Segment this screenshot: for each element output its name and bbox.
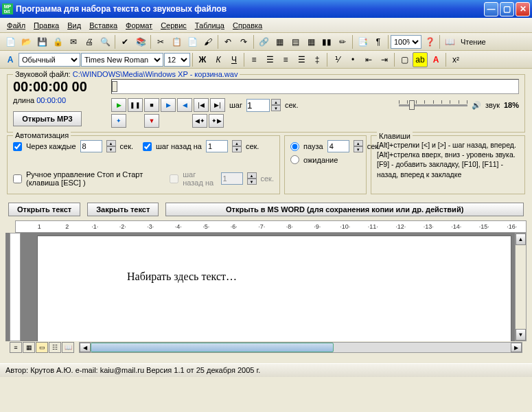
columns-icon[interactable]: ▮▮ [319,34,334,49]
scroll-down-icon[interactable]: ▼ [516,329,526,341]
line-spacing-icon[interactable]: ‡ [310,52,325,67]
minimize-button[interactable]: — [484,2,498,16]
document-page[interactable]: Набирать здесь текст… [37,236,511,341]
rewind-button[interactable]: ◀ [177,98,192,112]
align-center-icon[interactable]: ☰ [262,52,277,67]
justify-icon[interactable]: ☰ [294,52,309,67]
preview-icon[interactable]: 🔍 [97,34,113,49]
bullets-icon[interactable]: • [345,52,360,67]
bookmark-del-button[interactable]: ▼ [144,114,159,128]
scroll-left-icon[interactable]: ◀ [80,343,91,352]
pause-input[interactable] [327,140,349,152]
horizontal-ruler[interactable]: 12·1··2··3··4··5··6··7··8··9··10··11··12… [15,220,527,233]
maximize-button[interactable]: ▢ [500,2,514,16]
volume-slider[interactable] [399,98,467,112]
menu-service[interactable]: Сервис [157,20,191,31]
pause-spin[interactable]: ▲▼ [354,140,363,152]
bookmark-add-button[interactable]: ✦ [111,114,126,128]
close-text-button[interactable]: Закрыть текст [87,203,159,216]
font-color-icon[interactable]: A [428,52,443,67]
align-left-icon[interactable]: ≡ [246,52,262,67]
back-spin[interactable]: ▲▼ [232,140,242,152]
every-spin[interactable]: ▲▼ [106,140,116,152]
underline-icon[interactable]: Ч [227,52,242,67]
read-label[interactable]: Чтение [458,38,489,46]
font-combo[interactable]: Times New Roman [81,53,163,67]
open-word-button[interactable]: Открыть в MS WORD (для сохранения копии … [165,203,524,216]
menu-file[interactable]: Файл [3,20,30,31]
hyperlink-icon[interactable]: 🔗 [256,34,271,49]
step-spin[interactable]: ▲▼ [271,99,281,111]
borders-icon[interactable]: ▢ [397,52,412,67]
wait-radio[interactable] [290,155,299,164]
vertical-scrollbar[interactable]: ▲ ▼ [515,233,527,341]
zoom-combo[interactable]: 100% [391,35,421,49]
permissions-icon[interactable]: 🔒 [50,34,65,49]
manual-checkbox[interactable] [13,174,22,183]
menu-table[interactable]: Таблица [191,20,229,31]
bookmark-prev-button[interactable]: ◀✦ [192,114,207,128]
format-painter-icon[interactable]: 🖌 [200,34,216,49]
step-input[interactable] [246,99,270,112]
menu-format[interactable]: Формат [122,20,157,31]
outline-view-icon[interactable]: ☷ [49,342,61,353]
size-combo[interactable]: 12 [164,53,190,67]
reading-view-icon[interactable]: 📖 [62,342,74,353]
insert-table-icon[interactable]: ▤ [288,34,303,49]
back-input[interactable] [206,140,228,152]
outdent-icon[interactable]: ⇤ [361,52,376,67]
research-icon[interactable]: 📚 [133,34,148,49]
bookmark-next-button[interactable]: ✦▶ [209,114,224,128]
show-marks-icon[interactable]: ¶ [371,34,386,49]
pause-button[interactable]: ❚❚ [128,98,143,112]
styles-pane-icon[interactable]: A [3,52,18,67]
indent-icon[interactable]: ⇥ [377,52,392,67]
new-doc-icon[interactable]: 📄 [3,34,18,49]
spellcheck-icon[interactable]: ✔ [117,34,132,49]
web-view-icon[interactable]: ▦ [23,342,35,353]
hscroll-thumb[interactable] [91,343,334,352]
excel-icon[interactable]: ▦ [303,34,319,49]
mail-icon[interactable]: ✉ [66,34,81,49]
read-mode-icon[interactable]: 📖 [442,34,457,49]
play-button[interactable]: ▶ [111,98,126,112]
scroll-up-icon[interactable]: ▲ [516,233,526,245]
pause-radio[interactable] [290,142,299,151]
paste-icon[interactable]: 📄 [185,34,200,49]
drawing-icon[interactable]: ✏ [335,34,350,49]
tables-borders-icon[interactable]: ▦ [272,34,287,49]
back-checkbox[interactable] [143,142,152,151]
cut-icon[interactable]: ✂ [153,34,168,49]
redo-icon[interactable]: ↷ [236,34,251,49]
help-icon[interactable]: ❓ [422,34,437,49]
skip-back-button[interactable]: |◀ [194,98,209,112]
numbering-icon[interactable]: ⅟ [329,52,345,67]
bold-icon[interactable]: Ж [195,52,210,67]
every-input[interactable] [80,140,102,152]
forward-button[interactable]: ▶ [161,98,176,112]
vertical-ruler[interactable] [10,233,21,341]
save-icon[interactable]: 💾 [34,34,49,49]
menu-help[interactable]: Справка [229,20,266,31]
align-right-icon[interactable]: ≡ [278,52,293,67]
every-checkbox[interactable] [13,142,22,151]
menu-edit[interactable]: Правка [30,20,63,31]
print-icon[interactable]: 🖨 [82,34,97,49]
stop-button[interactable]: ■ [144,98,159,112]
open-mp3-button[interactable]: Открыть MP3 [13,111,82,126]
undo-icon[interactable]: ↶ [220,34,235,49]
copy-icon[interactable]: 📋 [169,34,184,49]
open-icon[interactable]: 📂 [19,34,34,49]
horizontal-scrollbar[interactable]: ◀ ▶ [79,342,522,353]
audio-scrubber[interactable] [111,79,519,94]
close-button[interactable]: ✕ [516,2,530,16]
doc-map-icon[interactable]: 📑 [355,34,370,49]
superscript-icon[interactable]: x² [448,52,463,67]
open-text-button[interactable]: Открыть текст [8,203,80,216]
italic-icon[interactable]: К [211,52,226,67]
style-combo[interactable]: Обычный [19,53,80,67]
highlight-icon[interactable]: ab [413,52,428,67]
menu-insert[interactable]: Вставка [85,20,122,31]
print-view-icon[interactable]: ▭ [36,342,48,353]
skip-fwd-button[interactable]: ▶| [210,98,225,112]
